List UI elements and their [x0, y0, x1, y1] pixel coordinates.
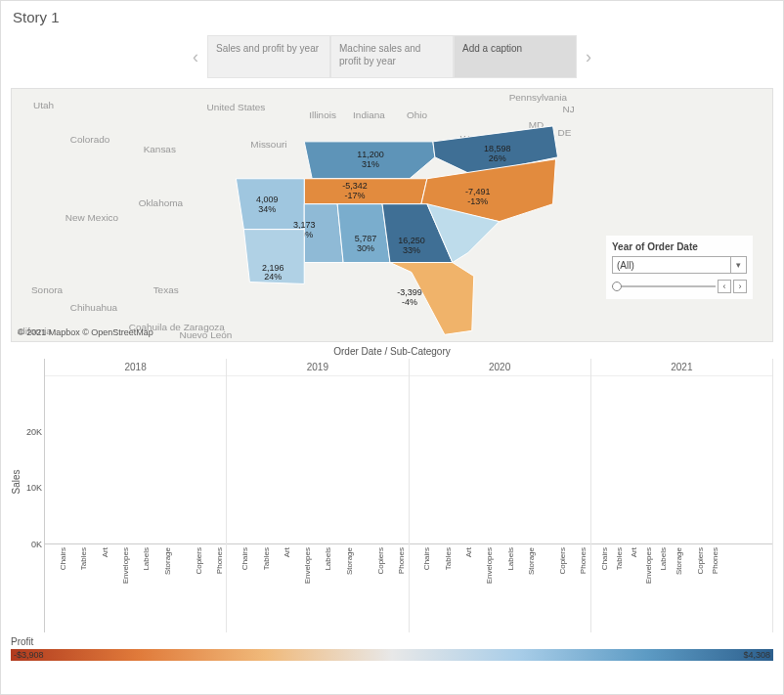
filter-dropdown[interactable]: (All) ▾ — [612, 256, 747, 274]
slider-handle[interactable] — [612, 282, 622, 291]
year-group-2021: 2021ChairsTablesArtEnvelopesLabelsStorag… — [591, 359, 773, 632]
story-tab-2[interactable]: Add a caption — [454, 35, 577, 78]
category-label: Tables — [261, 547, 270, 570]
year-header: 2019 — [227, 359, 408, 376]
profit-legend: Profit -$3,908 $4,308 — [11, 636, 773, 661]
svg-text:Pennsylvania: Pennsylvania — [509, 92, 568, 103]
svg-text:Oklahoma: Oklahoma — [139, 197, 184, 208]
category-label: Phones — [214, 547, 223, 574]
legend-max: $4,308 — [740, 649, 773, 661]
category-label: Chairs — [600, 547, 609, 570]
category-label: Chairs — [422, 547, 431, 570]
story-title: Story 1 — [13, 9, 771, 25]
year-filter-card: Year of Order Date (All) ▾ ‹ › — [606, 236, 753, 299]
category-label: Art — [100, 547, 109, 557]
svg-text:Missouri: Missouri — [250, 139, 286, 150]
category-label: Tables — [443, 547, 452, 570]
category-label: Phones — [579, 547, 588, 574]
filter-slider[interactable]: ‹ › — [612, 280, 747, 293]
map-attribution: © 2021 Mapbox © OpenStreetMap — [18, 327, 153, 337]
story-tab-0[interactable]: Sales and profit by year — [207, 35, 330, 78]
year-group-2020: 2020ChairsTablesArtEnvelopesLabelsStorag… — [410, 359, 591, 632]
state-label-alabama: 5,78730% — [355, 234, 376, 253]
svg-text:DE: DE — [558, 127, 572, 138]
bar-axis-title: Order Date / Sub-Category — [11, 346, 773, 357]
category-label: Tables — [615, 547, 624, 570]
category-label: Chairs — [58, 547, 66, 570]
year-group-2018: 2018ChairsTablesArtEnvelopesLabelsStorag… — [45, 359, 227, 632]
category-label: Labels — [505, 547, 514, 571]
category-label: Copiers — [696, 547, 705, 575]
svg-text:Colorado: Colorado — [70, 134, 110, 145]
category-label: Copiers — [194, 547, 202, 575]
slider-prev[interactable]: ‹ — [718, 280, 731, 293]
slider-next[interactable]: › — [733, 280, 747, 293]
year-header: 2020 — [410, 359, 590, 376]
category-label: Envelopes — [485, 547, 494, 584]
svg-text:Kansas: Kansas — [144, 144, 176, 154]
state-label-northcarolina: -7,491-13% — [465, 187, 490, 206]
category-label: Phones — [711, 547, 719, 574]
svg-text:Texas: Texas — [153, 284, 179, 295]
story-tab-1[interactable]: Machine sales and profit by year — [330, 35, 454, 78]
legend-gradient[interactable]: -$3,908 $4,308 — [11, 649, 773, 661]
category-label: Copiers — [375, 547, 384, 575]
filter-title: Year of Order Date — [612, 241, 747, 252]
story-prev-arrow[interactable]: ‹ — [184, 35, 207, 78]
y-tick: 0K — [13, 540, 42, 549]
svg-text:United States: United States — [206, 102, 265, 112]
year-header: 2018 — [45, 359, 226, 376]
state-label-arkansas: 4,00934% — [256, 195, 278, 214]
category-label: Storage — [527, 547, 536, 575]
category-label: Labels — [142, 547, 151, 571]
filter-selected-value: (All) — [613, 260, 730, 271]
category-label: Tables — [79, 547, 88, 570]
category-label: Art — [464, 547, 473, 557]
category-label: Envelopes — [644, 547, 653, 584]
svg-text:New Mexico: New Mexico — [65, 212, 119, 223]
category-label: Phones — [397, 547, 406, 574]
category-label: Copiers — [558, 547, 567, 575]
state-label-tennessee: -5,342-17% — [342, 181, 367, 200]
svg-text:NJ: NJ — [563, 104, 575, 114]
map-viz[interactable]: United StatesUtahColoradoKansasMissouriI… — [11, 88, 773, 342]
svg-text:Illinois: Illinois — [309, 109, 336, 120]
category-label: Storage — [344, 547, 353, 575]
category-label: Art — [282, 547, 290, 557]
category-label: Envelopes — [120, 547, 129, 584]
legend-title: Profit — [11, 636, 773, 647]
svg-text:Sonora: Sonora — [31, 284, 64, 295]
y-tick: 20K — [13, 427, 42, 437]
svg-text:Nuevo León: Nuevo León — [180, 329, 233, 340]
svg-text:Chihuahua: Chihuahua — [70, 302, 118, 313]
state-label-louisiana: 2,19624% — [262, 263, 283, 282]
category-label: Labels — [324, 547, 332, 571]
y-tick: 10K — [13, 483, 42, 493]
category-label: Chairs — [240, 547, 249, 570]
category-label: Storage — [162, 547, 171, 575]
year-group-2019: 2019ChairsTablesArtEnvelopesLabelsStorag… — [227, 359, 409, 632]
category-label: Storage — [674, 547, 682, 575]
story-navigator: ‹ Sales and profit by year Machine sales… — [1, 29, 783, 88]
bar-chart-panel: Order Date / Sub-Category Sales 20K10K0K… — [11, 346, 773, 632]
bar-chart[interactable]: Sales 20K10K0K 2018ChairsTablesArtEnvelo… — [11, 359, 773, 632]
filter-dropdown-icon[interactable]: ▾ — [730, 257, 746, 273]
category-label: Art — [630, 547, 638, 557]
category-label: Envelopes — [303, 547, 312, 584]
category-label: Labels — [659, 547, 668, 571]
svg-text:Ohio: Ohio — [407, 109, 428, 120]
svg-text:Utah: Utah — [33, 100, 54, 110]
legend-min: -$3,908 — [11, 649, 47, 661]
svg-text:Indiana: Indiana — [353, 109, 385, 120]
story-next-arrow[interactable]: › — [577, 35, 600, 78]
year-header: 2021 — [591, 359, 772, 376]
